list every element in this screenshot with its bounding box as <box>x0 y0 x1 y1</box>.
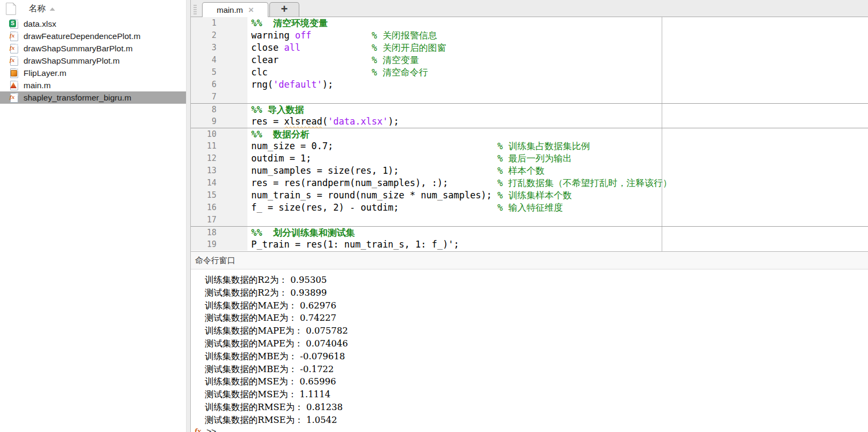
code-text[interactable]: P_train = res(1: num_train_s, 1: f_)'; <box>247 238 459 251</box>
file-row[interactable]: Sdata.xlsx <box>0 18 186 30</box>
line-number[interactable]: 13 <box>191 165 247 177</box>
line-number[interactable]: 9 <box>191 115 247 128</box>
file-row[interactable]: FlipLayer.m <box>0 67 186 79</box>
output-line: 训练集数据的MAPE为： 0.075782 <box>191 325 868 337</box>
command-window-header[interactable]: 命令行窗口 <box>191 251 868 269</box>
code-text[interactable]: clear % 清空变量 <box>247 54 419 66</box>
code-line[interactable]: 3close all % 关闭开启的图窗 <box>191 42 868 54</box>
code-line[interactable]: 19P_train = res(1: num_train_s, 1: f_)'; <box>191 238 868 251</box>
code-text[interactable]: close all % 关闭开启的图窗 <box>247 42 446 54</box>
output-line: 测试集数据的MAPE为： 0.074046 <box>191 337 868 350</box>
code-line[interactable]: 11num_size = 0.7; % 训练集占数据集比例 <box>191 140 868 152</box>
code-line[interactable]: 1%% 清空环境变量 <box>191 17 868 29</box>
fx-icon[interactable]: fx <box>195 427 201 432</box>
output-line: 测试集数据的R2为： 0.93899 <box>191 287 868 299</box>
code-line[interactable]: 2warning off % 关闭报警信息 <box>191 29 868 42</box>
code-text[interactable]: %% 数据分析 <box>247 128 309 140</box>
code-text[interactable] <box>247 91 251 103</box>
output-line: 测试集数据的MAE为： 0.74227 <box>191 312 868 325</box>
close-icon[interactable]: × <box>249 5 254 14</box>
line-number[interactable]: 1 <box>191 17 247 29</box>
line-number[interactable]: 7 <box>191 91 247 103</box>
code-text[interactable]: num_size = 0.7; % 训练集占数据集比例 <box>247 140 590 152</box>
plus-icon: + <box>281 3 288 15</box>
code-text[interactable]: rng('default'); <box>247 79 334 91</box>
code-line[interactable]: 15num_train_s = round(num_size * num_sam… <box>191 189 868 202</box>
output-line: 训练集数据的MSE为： 0.65996 <box>191 375 868 388</box>
name-column-header[interactable]: 名称 <box>29 3 46 14</box>
code-line[interactable]: 13num_samples = size(res, 1); % 样本个数 <box>191 165 868 177</box>
file-row[interactable]: fxshapley_transformer_bigru.m <box>0 91 186 104</box>
code-text[interactable]: f_ = size(res, 2) - outdim; % 输入特征维度 <box>247 202 563 214</box>
matlab-script-icon <box>9 80 19 90</box>
blank-file-icon <box>6 3 16 15</box>
code-line[interactable]: 16f_ = size(res, 2) - outdim; % 输入特征维度 <box>191 202 868 214</box>
code-line[interactable]: 4clear % 清空变量 <box>191 54 868 66</box>
code-line[interactable]: 5clc % 清空命令行 <box>191 66 868 79</box>
code-line[interactable]: 18%% 划分训练集和测试集 <box>191 226 868 238</box>
file-name: main.m <box>24 81 51 90</box>
code-text[interactable]: clc % 清空命令行 <box>247 66 428 79</box>
line-number[interactable]: 8 <box>191 104 247 115</box>
code-text[interactable]: outdim = 1; % 最后一列为输出 <box>247 152 572 165</box>
line-number[interactable]: 6 <box>191 79 247 91</box>
code-line[interactable]: 6rng('default'); <box>191 79 868 91</box>
file-browser-panel: 名称 Sdata.xlsxfxdrawFeatureDependencePlot… <box>0 0 186 432</box>
code-line[interactable]: 17 <box>191 214 868 226</box>
file-row[interactable]: main.m <box>0 79 186 91</box>
file-row[interactable]: fxdrawFeatureDependencePlot.m <box>0 30 186 42</box>
code-text[interactable]: num_samples = size(res, 1); % 样本个数 <box>247 165 545 177</box>
function-file-icon: fx <box>9 43 19 53</box>
panel-splitter[interactable] <box>186 0 191 432</box>
code-line[interactable]: 14res = res(randperm(num_samples), :); %… <box>191 177 868 189</box>
command-window[interactable]: 训练集数据的R2为： 0.95305测试集数据的R2为： 0.93899训练集数… <box>191 269 868 432</box>
sort-ascending-icon[interactable] <box>50 7 55 11</box>
code-text[interactable]: res = xlsread('data.xlsx'); <box>247 115 399 128</box>
code-text[interactable]: warning off % 关闭报警信息 <box>247 29 437 42</box>
code-line[interactable]: 8%% 导入数据 <box>191 103 868 115</box>
code-text[interactable]: num_train_s = round(num_size * num_sampl… <box>247 189 572 202</box>
file-list: Sdata.xlsxfxdrawFeatureDependencePlot.mf… <box>0 18 186 104</box>
file-name: drawShapSummaryBarPlot.m <box>24 44 133 53</box>
file-name: drawFeatureDependencePlot.m <box>24 32 141 41</box>
line-number[interactable]: 2 <box>191 29 247 42</box>
spreadsheet-icon: S <box>9 19 19 29</box>
line-number[interactable]: 15 <box>191 189 247 202</box>
line-number[interactable]: 14 <box>191 177 247 189</box>
line-number[interactable]: 16 <box>191 202 247 214</box>
file-browser-header[interactable]: 名称 <box>0 0 186 18</box>
code-text[interactable]: %% 划分训练集和测试集 <box>247 227 355 238</box>
output-line: 测试集数据的MSE为： 1.1114 <box>191 388 868 401</box>
line-number[interactable]: 12 <box>191 152 247 165</box>
output-line: 训练集数据的RMSE为： 0.81238 <box>191 401 868 414</box>
output-line: 训练集数据的MBE为： -0.079618 <box>191 350 868 363</box>
code-text[interactable]: %% 导入数据 <box>247 104 304 115</box>
code-editor[interactable]: 1%% 清空环境变量2warning off % 关闭报警信息3close al… <box>191 17 868 251</box>
command-prompt[interactable]: fx >> <box>195 427 216 432</box>
line-number[interactable]: 4 <box>191 54 247 66</box>
tab-main-m[interactable]: main.m × <box>202 2 268 17</box>
prompt-chevrons: >> <box>207 427 216 432</box>
code-text[interactable]: %% 清空环境变量 <box>247 17 328 29</box>
file-row[interactable]: fxdrawShapSummaryBarPlot.m <box>0 42 186 55</box>
file-row[interactable]: fxdrawShapSummaryPlot.m <box>0 55 186 67</box>
line-number[interactable]: 3 <box>191 42 247 54</box>
line-number[interactable]: 10 <box>191 128 247 140</box>
line-number[interactable]: 5 <box>191 66 247 79</box>
line-number[interactable]: 18 <box>191 227 247 238</box>
code-line[interactable]: 7 <box>191 91 868 103</box>
line-number[interactable]: 17 <box>191 214 247 226</box>
line-number[interactable]: 19 <box>191 238 247 251</box>
code-line[interactable]: 12outdim = 1; % 最后一列为输出 <box>191 152 868 165</box>
output-line: 测试集数据的RMSE为： 1.0542 <box>191 414 868 427</box>
drag-grip-icon[interactable] <box>193 5 197 14</box>
function-file-icon: fx <box>9 56 19 66</box>
class-file-icon <box>9 68 19 78</box>
code-text[interactable] <box>247 214 251 226</box>
line-number[interactable]: 11 <box>191 140 247 152</box>
new-tab-button[interactable]: + <box>269 2 299 17</box>
code-text[interactable]: res = res(randperm(num_samples), :); % 打… <box>247 177 672 189</box>
code-line[interactable]: 10%% 数据分析 <box>191 128 868 140</box>
code-line[interactable]: 9res = xlsread('data.xlsx'); <box>191 115 868 128</box>
function-file-icon: fx <box>9 31 19 41</box>
